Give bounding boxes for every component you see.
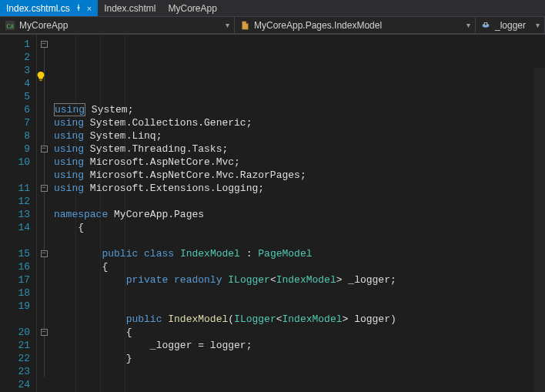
code-line[interactable] [54,234,545,247]
code-line[interactable]: { [54,326,545,339]
line-number: 4 [0,77,30,90]
nav-project-dropdown[interactable]: C# MyCoreApp ▾ [0,17,235,33]
line-number: 6 [0,103,30,116]
navigation-bar: C# MyCoreApp ▾ MyCoreApp.Pages.IndexMode… [0,17,545,34]
tab-bar: Index.cshtml.cs × Index.cshtml MyCoreApp [0,0,545,17]
line-number: 1 [0,38,30,51]
line-number: 20 [0,326,30,339]
svg-rect-3 [484,22,487,25]
chevron-down-icon: ▾ [536,21,540,29]
code-line[interactable] [54,365,545,378]
fold-toggle-icon[interactable]: − [41,146,48,152]
fold-toggle-icon[interactable]: − [41,250,48,257]
line-number: 7 [0,116,30,129]
line-number [0,169,30,182]
code-line[interactable]: using System.Threading.Tasks; [54,142,545,156]
code-area[interactable]: using System;using System.Collections.Ge… [51,35,545,392]
code-line[interactable]: using Microsoft.AspNetCore.Mvc; [54,156,545,169]
fold-toggle-icon[interactable]: − [41,329,48,336]
code-line[interactable]: namespace MyCoreApp.Pages [54,208,545,221]
vertical-scrollbar[interactable] [534,68,545,392]
fold-cell [37,378,51,391]
close-icon[interactable]: × [87,4,92,13]
tab-label: MyCoreApp [169,3,217,14]
tab-index-cshtml[interactable]: Index.cshtml [98,0,162,16]
line-number: 22 [0,352,30,365]
code-line[interactable]: { [54,260,545,273]
code-line[interactable]: using System.Collections.Generic; [54,116,545,129]
tab-index-cshtml-cs[interactable]: Index.cshtml.cs × [0,0,98,16]
nav-scope-label: MyCoreApp.Pages.IndexModel [254,20,382,31]
code-line[interactable] [54,286,545,300]
line-number: 2 [0,51,30,64]
line-number: 12 [0,195,30,208]
line-number: 24 [0,378,30,391]
nav-member-label: _logger [495,20,526,31]
code-line[interactable]: _logger = logger; [54,339,545,352]
line-number: 9 [0,142,30,156]
code-line[interactable]: public IndexModel(ILogger<IndexModel> lo… [54,313,545,326]
line-number [0,234,30,247]
chevron-down-icon: ▾ [226,21,229,29]
csharp-project-icon: C# [5,20,15,31]
code-line[interactable]: public class IndexModel : PageModel [54,247,545,260]
code-line[interactable]: private readonly ILogger<IndexModel> _lo… [54,273,545,286]
pin-icon[interactable] [75,4,82,13]
code-line[interactable]: using Microsoft.Extensions.Logging; [54,182,545,195]
line-number: 15 [0,247,30,260]
code-line[interactable]: using System; [54,103,545,116]
line-number: 21 [0,339,30,352]
field-icon [480,20,491,31]
code-editor[interactable]: 1234567891011121314151617181920212223242… [0,34,545,392]
tab-label: Index.cshtml.cs [6,3,70,14]
line-number: 5 [0,90,30,103]
tab-label: Index.cshtml [104,3,155,14]
nav-scope-dropdown[interactable]: MyCoreApp.Pages.IndexModel ▾ [235,17,476,33]
fold-toggle-icon[interactable]: − [41,185,48,192]
line-number: 18 [0,286,30,300]
class-icon [239,20,250,31]
code-line[interactable]: using Microsoft.AspNetCore.Mvc.RazorPage… [54,169,545,182]
code-line[interactable]: using System.Linq; [54,129,545,142]
code-line[interactable] [54,300,545,313]
line-number: 16 [0,260,30,273]
tab-mycoreapp[interactable]: MyCoreApp [162,0,223,16]
line-number: 13 [0,208,30,221]
line-number: 19 [0,300,30,313]
nav-member-dropdown[interactable]: _logger ▾ [476,17,545,33]
code-line[interactable] [54,195,545,208]
chevron-down-icon: ▾ [466,21,470,29]
line-number: 11 [0,182,30,195]
svg-text:C#: C# [6,22,13,29]
line-number: 23 [0,365,30,378]
line-number: 17 [0,273,30,286]
fold-column: −−−−− [37,35,51,392]
nav-project-label: MyCoreApp [19,20,68,31]
code-line[interactable]: } [54,352,545,365]
fold-toggle-icon[interactable]: − [41,41,48,48]
line-number: 14 [0,221,30,234]
line-number-gutter: 1234567891011121314151617181920212223242… [0,35,37,392]
line-number: 3 [0,64,30,77]
line-number: 10 [0,156,30,169]
line-number [0,313,30,326]
line-number: 8 [0,129,30,142]
code-line[interactable]: { [54,221,545,234]
code-line[interactable] [54,378,545,391]
